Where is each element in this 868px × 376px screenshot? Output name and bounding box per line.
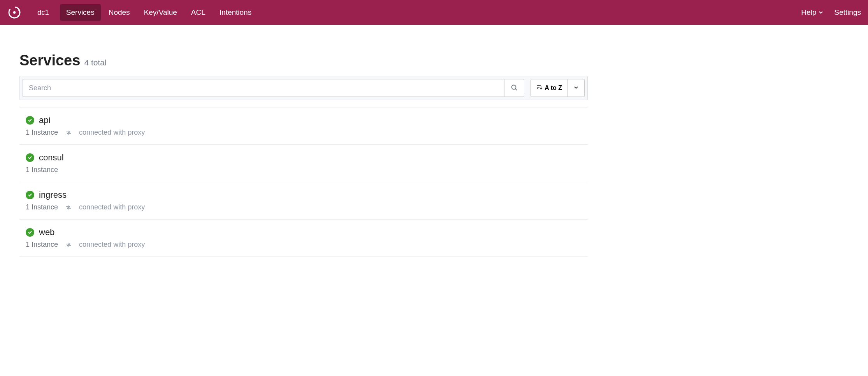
nav-item-keyvalue[interactable]: Key/Value <box>138 4 183 21</box>
service-item[interactable]: api 1 Instance connected with proxy <box>19 107 588 145</box>
nav-right: Help Settings <box>801 8 861 17</box>
svg-point-5 <box>18 15 19 16</box>
proxy-text: connected with proxy <box>79 241 145 249</box>
instance-count: 1 Instance <box>26 128 58 137</box>
check-icon <box>26 228 34 237</box>
toolbar: A to Z <box>19 76 588 100</box>
sort-icon <box>536 84 542 92</box>
nav-item-acl[interactable]: ACL <box>185 4 212 21</box>
sort-group: A to Z <box>531 79 585 97</box>
datacenter-selector[interactable]: dc1 <box>33 5 53 20</box>
sort-dropdown-button[interactable] <box>568 79 585 97</box>
sort-label: A to Z <box>545 84 562 91</box>
nav-item-services[interactable]: Services <box>60 4 101 21</box>
service-item[interactable]: ingress 1 Instance connected with proxy <box>19 182 588 220</box>
proxy-text: connected with proxy <box>79 128 145 137</box>
service-list: api 1 Instance connected with proxy cons… <box>19 107 588 257</box>
instance-count: 1 Instance <box>26 241 58 249</box>
top-nav: dc1 Services Nodes Key/Value ACL Intenti… <box>0 0 868 25</box>
search-icon <box>511 84 518 92</box>
help-menu[interactable]: Help <box>801 8 823 17</box>
page-heading: Services 4 total <box>19 52 588 69</box>
proxy-text: connected with proxy <box>79 203 145 211</box>
svg-point-4 <box>19 13 20 14</box>
check-icon <box>26 153 34 162</box>
instance-count: 1 Instance <box>26 203 58 211</box>
sort-button[interactable]: A to Z <box>531 79 568 97</box>
svg-point-6 <box>512 85 516 89</box>
service-name: consul <box>39 153 64 163</box>
service-item[interactable]: web 1 Instance connected with proxy <box>19 220 588 257</box>
nav-item-nodes[interactable]: Nodes <box>102 4 136 21</box>
instance-count: 1 Instance <box>26 166 58 174</box>
chevron-down-icon <box>819 8 823 17</box>
svg-point-2 <box>18 9 19 11</box>
page-title: Services <box>19 52 80 69</box>
consul-logo-icon <box>7 5 22 20</box>
search-input[interactable] <box>23 79 504 97</box>
search-button[interactable] <box>504 79 524 97</box>
svg-point-1 <box>13 11 16 14</box>
service-name: api <box>39 115 50 125</box>
proxy-icon <box>65 242 72 248</box>
check-icon <box>26 191 34 199</box>
settings-link[interactable]: Settings <box>834 8 861 17</box>
help-label: Help <box>801 8 816 17</box>
proxy-icon <box>65 205 72 210</box>
svg-point-3 <box>19 11 20 12</box>
service-name: ingress <box>39 190 67 200</box>
chevron-down-icon <box>574 85 578 91</box>
nav-item-intentions[interactable]: Intentions <box>213 4 258 21</box>
nav-items: Services Nodes Key/Value ACL Intentions <box>60 4 258 21</box>
proxy-icon <box>65 130 72 135</box>
check-icon <box>26 116 34 125</box>
svg-line-7 <box>515 89 517 90</box>
service-name: web <box>39 227 54 237</box>
service-item[interactable]: consul 1 Instance <box>19 145 588 182</box>
page-total: 4 total <box>84 58 106 67</box>
search-group <box>23 79 524 97</box>
